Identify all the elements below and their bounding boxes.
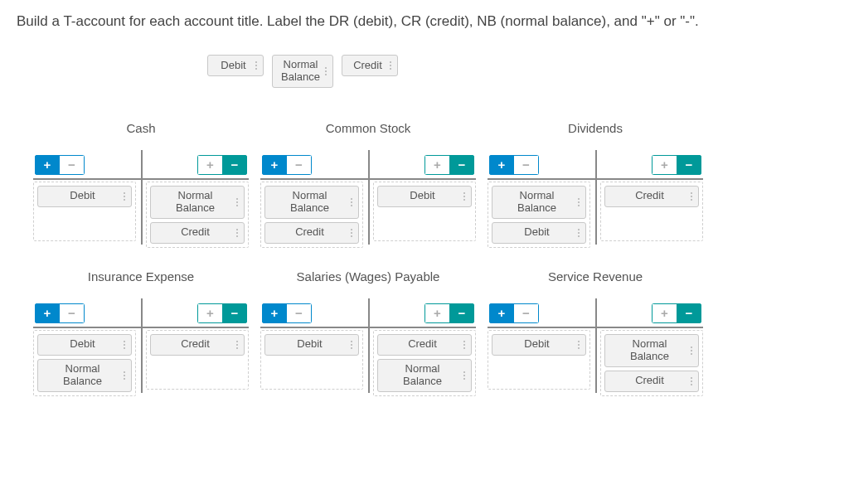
drag-handle-icon [255,59,258,72]
plus-minus-toggle[interactable]: +− [652,303,701,323]
minus-button[interactable]: − [449,155,474,175]
chip-credit[interactable]: Credit [150,334,245,356]
t-bottom-right: CreditNormal Balance [368,327,476,393]
minus-button[interactable]: − [514,303,539,323]
dropzone-left[interactable]: Debit [260,330,363,390]
dropzone-left[interactable]: Normal BalanceCredit [260,182,363,248]
chip-credit[interactable]: Credit [604,371,699,392]
plus-button[interactable]: + [652,303,677,323]
plus-button[interactable]: + [489,155,514,175]
chip-normal-balance[interactable]: Normal Balance [492,186,586,219]
t-top-left: +− [33,298,141,327]
drag-handle-icon [236,338,239,351]
plus-minus-toggle[interactable]: +− [262,303,312,323]
plus-button[interactable]: + [35,155,60,175]
dropzone-right[interactable]: Credit [146,330,249,390]
dropzone-left[interactable]: Normal BalanceDebit [488,182,590,248]
drag-handle-icon [691,190,693,203]
drag-handle-icon [578,338,580,351]
chip-pool: Debit Normal Balance Credit [207,55,832,88]
minus-button[interactable]: − [287,303,312,323]
t-top-right: +− [141,298,249,327]
plus-button[interactable]: + [424,155,449,175]
dropzone-left[interactable]: Debit [33,182,136,241]
minus-button[interactable]: − [677,303,701,323]
plus-minus-toggle[interactable]: +− [424,155,474,175]
drag-handle-icon [578,190,580,215]
t-account: +−+−DebitNormal BalanceCredit [488,298,703,393]
plus-button[interactable]: + [197,303,222,323]
minus-button[interactable]: − [449,303,474,323]
t-bottom-left: Debit [488,327,595,393]
chip-label: Normal Balance [501,190,573,215]
chip-normal-balance[interactable]: Normal Balance [264,186,359,219]
plus-button[interactable]: + [262,303,287,323]
minus-button[interactable]: − [222,303,247,323]
chip-debit[interactable]: Debit [377,186,472,207]
dropzone-right[interactable]: Credit [600,182,703,241]
chip-normal-balance[interactable]: Normal Balance [150,186,245,219]
dropzone-right[interactable]: Normal BalanceCredit [600,330,703,396]
plus-minus-toggle[interactable]: +− [652,155,701,175]
minus-button[interactable]: − [677,155,701,175]
chip-label: Debit [501,226,573,239]
t-bottom-left: Normal BalanceDebit [488,178,595,245]
plus-minus-toggle[interactable]: +− [35,155,85,175]
dropzone-right[interactable]: Normal BalanceCredit [146,182,249,248]
plus-minus-toggle[interactable]: +− [262,155,312,175]
t-top-left: +− [488,150,595,178]
t-bottom-right: Credit [595,178,703,245]
chip-debit[interactable]: Debit [37,334,132,356]
chip-label: Debit [46,338,119,351]
pool-chip-normal-balance[interactable]: Normal Balance [272,55,333,88]
plus-minus-toggle[interactable]: +− [197,155,247,175]
minus-button[interactable]: − [60,155,85,175]
chip-credit[interactable]: Credit [150,222,245,244]
chip-normal-balance[interactable]: Normal Balance [37,359,132,392]
plus-button[interactable]: + [489,303,514,323]
chip-debit[interactable]: Debit [264,334,359,356]
chip-label: Credit [159,226,231,239]
plus-button[interactable]: + [35,303,60,323]
account: Service Revenue+−+−DebitNormal BalanceCr… [488,269,703,393]
minus-button[interactable]: − [222,155,247,175]
dropzone-right[interactable]: Debit [373,182,476,241]
minus-button[interactable]: − [287,155,312,175]
chip-credit[interactable]: Credit [264,222,359,244]
t-bottom-right: Credit [141,327,249,393]
dropzone-left[interactable]: DebitNormal Balance [33,330,136,396]
pool-chip-debit[interactable]: Debit [207,55,264,76]
plus-minus-toggle[interactable]: +− [489,303,539,323]
plus-button[interactable]: + [197,155,222,175]
plus-minus-toggle[interactable]: +− [424,303,474,323]
plus-minus-toggle[interactable]: +− [35,303,85,323]
chip-label: Debit [386,190,458,202]
pool-chip-credit[interactable]: Credit [342,55,398,76]
chip-credit[interactable]: Credit [604,186,699,207]
plus-button[interactable]: + [262,155,287,175]
chip-debit[interactable]: Debit [37,186,132,207]
chip-debit[interactable]: Debit [492,222,586,244]
dropzone-right[interactable]: CreditNormal Balance [373,330,476,396]
t-top-right: +− [368,298,476,327]
chip-label: Debit [501,338,573,351]
t-top-left: +− [260,150,368,178]
t-top-right: +− [141,150,249,178]
plus-minus-toggle[interactable]: +− [489,155,539,175]
plus-button[interactable]: + [652,155,677,175]
chip-normal-balance[interactable]: Normal Balance [377,359,472,392]
chip-normal-balance[interactable]: Normal Balance [604,334,699,367]
drag-handle-icon [390,59,392,72]
account-title: Common Stock [260,121,476,135]
accounts-grid: Cash+−+−DebitNormal BalanceCreditCommon … [33,121,832,393]
minus-button[interactable]: − [60,303,85,323]
drag-handle-icon [463,363,466,388]
plus-button[interactable]: + [424,303,449,323]
plus-minus-toggle[interactable]: +− [197,303,247,323]
dropzone-left[interactable]: Debit [488,330,590,390]
minus-button[interactable]: − [514,155,539,175]
t-bottom-right: Debit [368,178,476,245]
chip-credit[interactable]: Credit [377,334,472,356]
drag-handle-icon [351,190,353,215]
chip-debit[interactable]: Debit [492,334,586,356]
